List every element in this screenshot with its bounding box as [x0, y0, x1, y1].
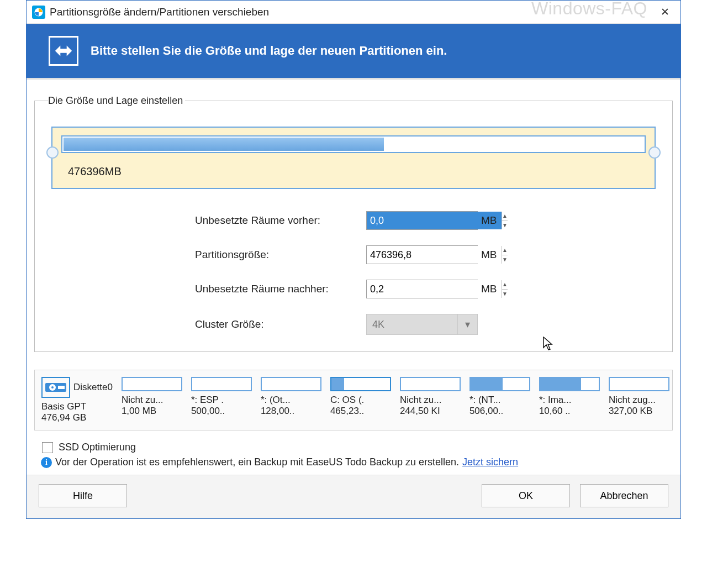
ok-button[interactable]: OK — [482, 484, 570, 507]
disk-icon — [41, 377, 70, 398]
partition-item[interactable]: Nicht zu...1,00 MB — [119, 375, 184, 426]
svg-rect-4 — [58, 386, 65, 389]
partition-bar — [469, 377, 530, 391]
partition-size: 244,50 KI — [400, 406, 461, 417]
partition-bar — [122, 377, 182, 391]
svg-point-3 — [51, 386, 54, 389]
info-icon: i — [41, 457, 52, 468]
partition-size: 327,00 KB — [609, 406, 669, 417]
partition-label: *: ESP . — [191, 395, 252, 406]
cluster-size-select: 4K ▾ — [366, 314, 478, 335]
slider-fill — [64, 138, 384, 151]
partition-label: Nicht zug... — [609, 395, 669, 406]
partition-item[interactable]: Nicht zu...244,50 KI — [398, 375, 463, 426]
partition-item[interactable]: C: OS (.465,23.. — [328, 375, 393, 426]
space-after-input[interactable]: ▲ ▼ — [366, 280, 478, 298]
content-area: Die Größe und Lage einstellen 476396MB U… — [27, 80, 680, 358]
partition-bar — [191, 377, 252, 391]
space-after-label: Unbesetzte Räume nachher: — [195, 283, 366, 295]
help-button[interactable]: Hilfe — [39, 484, 127, 507]
cluster-size-value: 4K — [372, 319, 384, 330]
disk-name: Diskette0 — [73, 382, 113, 393]
space-before-up[interactable]: ▲ — [502, 212, 508, 221]
cluster-size-label: Cluster Größe: — [195, 318, 366, 330]
partition-size: 465,23.. — [330, 406, 391, 417]
partition-bar — [261, 377, 321, 391]
partition-item[interactable]: *: Ima...10,60 .. — [537, 375, 602, 426]
partition-label: Nicht zu... — [122, 395, 182, 406]
partition-label: *: Ima... — [539, 395, 600, 406]
space-before-input[interactable]: ▲ ▼ — [366, 211, 478, 230]
partition-item[interactable]: Nicht zug...327,00 KB — [606, 375, 672, 426]
partition-bar — [609, 377, 669, 391]
partition-size-down[interactable]: ▼ — [502, 255, 508, 264]
dialog-buttons: Hilfe OK Abbrechen — [27, 475, 680, 518]
chevron-down-icon: ▾ — [457, 314, 477, 334]
unit-label: MB — [481, 214, 497, 227]
space-after-up[interactable]: ▲ — [502, 280, 508, 290]
slider-size-label: 476396MB — [61, 165, 646, 178]
partition-size: 1,00 MB — [122, 406, 182, 417]
partition-bar — [330, 377, 391, 391]
partition-label: *: (Ot... — [261, 395, 321, 406]
window-title: Partitionsgröße ändern/Partitionen versc… — [50, 6, 654, 18]
titlebar: Partitionsgröße ändern/Partitionen versc… — [27, 1, 680, 24]
instruction-banner: Bitte stellen Sie die Größe und lage der… — [27, 24, 680, 80]
partition-bar — [539, 377, 600, 391]
partition-label: Nicht zu... — [400, 395, 461, 406]
ssd-optimization-checkbox[interactable] — [42, 442, 53, 453]
footer: SSD Optimierung i Vor der Operation ist … — [34, 442, 673, 475]
disk-capacity: 476,94 GB — [41, 412, 113, 423]
partition-bar — [400, 377, 461, 391]
unit-label: MB — [481, 283, 497, 295]
partition-size: 506,00.. — [469, 406, 530, 417]
slider-handle-left[interactable] — [46, 146, 59, 159]
resize-icon — [49, 36, 78, 66]
slider-handle-right[interactable] — [648, 146, 661, 159]
disk-type: Basis GPT — [41, 401, 113, 412]
partition-item[interactable]: *: ESP .500,00.. — [189, 375, 254, 426]
partition-size-input[interactable]: ▲ ▼ — [366, 245, 478, 264]
partition-size-up[interactable]: ▲ — [502, 246, 508, 255]
close-button[interactable]: ✕ — [654, 2, 676, 22]
size-fieldset: Die Größe und Lage einstellen 476396MB U… — [34, 95, 673, 352]
unit-label: MB — [481, 249, 497, 261]
partition-item[interactable]: *: (Ot...128,00.. — [258, 375, 324, 426]
instruction-text: Bitte stellen Sie die Größe und lage der… — [91, 44, 447, 58]
partition-size: 500,00.. — [191, 406, 252, 417]
backup-now-link[interactable]: Jetzt sichern — [462, 456, 518, 468]
partition-size: 10,60 .. — [539, 406, 600, 417]
disk-header: Diskette0 Basis GPT 476,94 GB — [38, 375, 115, 426]
ssd-optimization-label: SSD Optimierung — [59, 442, 136, 453]
partition-slider[interactable]: 476396MB — [51, 127, 656, 189]
space-after-down[interactable]: ▼ — [502, 290, 508, 298]
partition-label: *: (NT... — [469, 395, 530, 406]
partition-item[interactable]: *: (NT...506,00.. — [467, 375, 532, 426]
partition-size-label: Partitionsgröße: — [195, 249, 366, 261]
space-before-down[interactable]: ▼ — [502, 221, 508, 230]
partition-size: 128,00.. — [261, 406, 321, 417]
app-icon — [32, 6, 45, 19]
backup-info-text: Vor der Operation ist es empfehlenswert,… — [55, 456, 459, 468]
slider-track[interactable] — [61, 135, 646, 153]
fieldset-legend: Die Größe und Lage einstellen — [48, 95, 185, 107]
partition-label: C: OS (. — [330, 395, 391, 406]
cancel-button[interactable]: Abbrechen — [580, 484, 668, 507]
space-before-label: Unbesetzte Räume vorher: — [195, 214, 366, 227]
disk-overview: Diskette0 Basis GPT 476,94 GB Nicht zu..… — [34, 370, 673, 431]
